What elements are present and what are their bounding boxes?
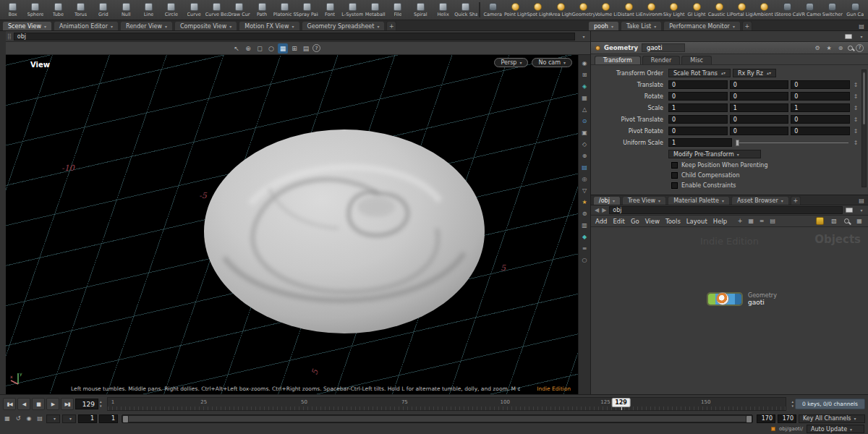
shelf-tool[interactable]: Sky Light	[663, 0, 685, 20]
param-ladder-icon[interactable]: ↕	[852, 128, 859, 135]
menu-layout[interactable]: Layout	[686, 218, 707, 225]
tab-motion-fx-view[interactable]: Motion FX View	[239, 21, 299, 30]
node-badge[interactable]	[708, 294, 741, 305]
menu-go[interactable]: Go	[631, 218, 639, 225]
geometry-object[interactable]	[200, 126, 489, 337]
shelf-tool[interactable]: Area Light	[550, 0, 572, 20]
tab-pooh[interactable]: pooh	[588, 21, 619, 30]
scale-z-field[interactable]: 1	[791, 103, 850, 112]
menu-tools[interactable]: Tools	[665, 218, 681, 225]
network-path-input[interactable]: obj	[609, 206, 843, 214]
step-down-icon[interactable]: ▾	[100, 404, 102, 408]
scrollbar-thumb[interactable]	[863, 72, 865, 124]
timeline-ruler[interactable]: 1 25 50 75 100 125 150 129	[107, 397, 787, 411]
shelf-tool[interactable]: Sphere	[24, 0, 46, 20]
favorites-star-icon[interactable]: ★	[825, 43, 833, 52]
back-icon[interactable]: ◀	[595, 207, 599, 213]
network-search-icon[interactable]	[844, 218, 849, 224]
shelf-tool[interactable]: Caustic Light	[708, 0, 731, 20]
shelf-tool[interactable]: Box	[1, 0, 24, 20]
tab-geometry-spreadsheet[interactable]: Geometry Spreadsheet	[302, 21, 386, 30]
stop-button[interactable]: ■	[32, 398, 45, 410]
auto-update-dropdown[interactable]: Auto Update	[807, 425, 864, 433]
shelf-tool[interactable]: Geometry Light	[572, 0, 595, 20]
rotate-order-dropdown[interactable]: Rx Ry Rz▴▾	[733, 69, 776, 77]
range-start-handle[interactable]	[123, 416, 128, 422]
transform-order-dropdown[interactable]: Scale Rot Trans▴▾	[668, 69, 731, 77]
pin-icon[interactable]	[846, 208, 853, 213]
viewport-strip-icon[interactable]: ★	[580, 197, 590, 207]
viewport-strip-icon[interactable]: ⊕	[580, 151, 590, 161]
shelf-tool[interactable]: Tube	[47, 0, 69, 20]
viewport-3d[interactable]: -10 -5 5 5	[6, 55, 578, 394]
node-flag-right[interactable]	[735, 294, 741, 305]
layout-nodes-icon[interactable]: ▤	[768, 217, 777, 226]
viewport-strip-icon[interactable]: ◇	[580, 140, 590, 149]
global-range-start-field[interactable]: 1	[78, 414, 97, 423]
tab-tree-view[interactable]: Tree View	[622, 196, 666, 205]
search-icon[interactable]	[848, 46, 853, 51]
frame-options-dropdown[interactable]	[46, 414, 60, 423]
menu-edit[interactable]: Edit	[613, 218, 624, 225]
viewport-strip-icon[interactable]: ▥	[580, 221, 590, 230]
shelf-tool[interactable]: Curve Bezier	[205, 0, 228, 20]
gear-icon[interactable]: ⚙	[813, 43, 822, 52]
realtime-toggle-icon[interactable]: ◉	[25, 414, 33, 423]
viewport-help-icon[interactable]: ?	[312, 44, 320, 52]
shelf-tool[interactable]: Point Light	[504, 0, 527, 20]
step-down-icon[interactable]: ▾	[791, 404, 793, 408]
viewport-strip-icon[interactable]: ≡	[580, 244, 590, 253]
shelf-tool[interactable]: Helix	[432, 0, 454, 20]
shelf-tool[interactable]: Ambient Light	[753, 0, 775, 20]
shelf-tool[interactable]: Path	[250, 0, 273, 20]
pivot-translate-x-field[interactable]: 0	[668, 115, 728, 124]
previous-frame-button[interactable]: ◀	[17, 398, 30, 410]
frame-stepper[interactable]: ▴ ▾	[100, 400, 102, 408]
shelf-tool[interactable]: Portal Light	[731, 0, 753, 20]
pivot-translate-z-field[interactable]: 0	[791, 115, 850, 124]
shelf-tool[interactable]: Switcher	[821, 0, 843, 20]
viewport-strip-icon[interactable]: ◉	[580, 59, 590, 68]
shelf-tool[interactable]: Line	[137, 0, 160, 20]
shelf-tool[interactable]: Torus	[69, 0, 92, 20]
tab-composite-view[interactable]: Composite View	[174, 21, 237, 30]
pane-layout-icon[interactable]: ▤	[857, 22, 866, 30]
param-ladder-icon[interactable]: ↕	[852, 93, 859, 100]
shelf-tool[interactable]: L-System	[341, 0, 364, 20]
loop-icon[interactable]: ↺	[14, 414, 22, 423]
shelf-tool[interactable]: Metaball	[364, 0, 386, 20]
pivot-rotate-y-field[interactable]: 0	[730, 127, 789, 135]
viewport-strip-icon[interactable]: ◎	[580, 174, 590, 184]
flags-icon[interactable]: ▧	[830, 217, 838, 226]
rotate-y-field[interactable]: 0	[730, 92, 789, 101]
param-ladder-icon[interactable]: ↕	[852, 116, 859, 123]
current-frame-field[interactable]: 129	[75, 399, 98, 409]
shelf-tool[interactable]: Circle	[160, 0, 182, 20]
go-to-end-button[interactable]: ▶▮	[61, 398, 74, 410]
path-menu-icon[interactable]	[578, 32, 587, 41]
param-ladder-icon[interactable]: ↕	[852, 82, 859, 88]
tab-take-list[interactable]: Take List	[621, 21, 662, 30]
pivot-rotate-x-field[interactable]: 0	[668, 127, 728, 135]
uniform-scale-slider[interactable]	[734, 138, 850, 147]
node-name-field[interactable]: gaoti	[642, 43, 685, 52]
shelf-tool[interactable]: Environment Light	[640, 0, 663, 20]
shelf-tool[interactable]: Platonic Solids	[273, 0, 296, 20]
param-ladder-icon[interactable]: ↕	[852, 105, 859, 111]
tab-render[interactable]: Render	[642, 56, 680, 64]
shelf-tool[interactable]: VR Camera	[799, 0, 821, 20]
pane-layout-icon[interactable]: ▤	[857, 196, 866, 205]
rotate-x-field[interactable]: 0	[668, 92, 728, 101]
tab-material-palette[interactable]: Material Palette	[668, 196, 730, 205]
forward-icon[interactable]: ▶	[602, 207, 606, 213]
help-icon[interactable]: ?	[856, 44, 864, 52]
shelf-tool[interactable]: File	[386, 0, 409, 20]
handles-tool-icon[interactable]: ⊕	[243, 43, 253, 54]
tab-animation-editor[interactable]: Animation Editor	[54, 21, 119, 30]
viewport-strip-icon[interactable]: ▤	[580, 163, 590, 172]
menu-add[interactable]: Add	[595, 218, 607, 225]
translate-y-field[interactable]: 0	[730, 80, 789, 89]
list-mode-icon[interactable]: ≡	[757, 217, 766, 226]
playback-range-end-field[interactable]: 170	[757, 414, 775, 423]
add-pane-tab-button[interactable]: +	[742, 21, 752, 30]
